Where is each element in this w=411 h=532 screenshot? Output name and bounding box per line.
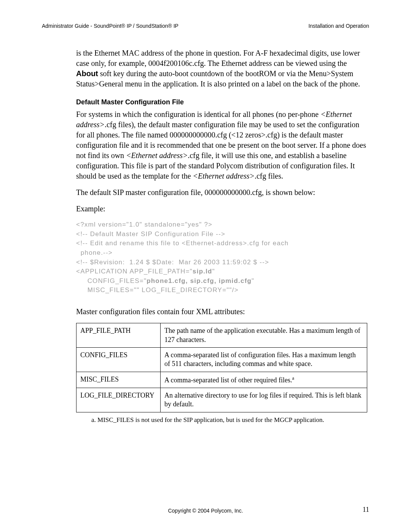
intro-paragraph: is the Ethernet MAC address of the phone… — [76, 48, 367, 89]
section-para-1: For systems in which the configuration i… — [76, 109, 367, 181]
code-line: " — [212, 268, 215, 275]
code-strong: sip.ld — [193, 268, 212, 275]
section-para-2: The default SIP master configuration fil… — [76, 187, 367, 198]
text: For systems in which the configuration i… — [76, 110, 320, 118]
code-line: CONFIG_FILES=" — [76, 277, 147, 284]
attributes-table: APP_FILE_PATH The path name of the appli… — [76, 323, 367, 412]
text: soft key during the auto-boot countdown … — [76, 69, 360, 88]
table-row: MISC_FILES A comma-separated list of oth… — [76, 372, 367, 388]
code-line: <!-- Default Master SIP Configuration Fi… — [76, 230, 225, 238]
code-line: <!-- $Revision: 1.24 $ $Date: Mar 26 200… — [76, 259, 269, 266]
content-area: is the Ethernet MAC address of the phone… — [76, 48, 367, 424]
table-intro: Master configuration files contain four … — [76, 307, 367, 317]
code-line: <APPLICATION APP_FILE_PATH=" — [76, 268, 193, 275]
code-line: MISC_FILES="" LOG_FILE_DIRECTORY=""/> — [76, 286, 239, 294]
header-left: Administrator Guide - SoundPoint® IP / S… — [42, 23, 178, 29]
section-heading: Default Master Configuration File — [76, 98, 367, 106]
text: .cfg files. — [255, 172, 283, 180]
code-line: <?xml version="1.0" standalone="yes" ?> — [76, 221, 212, 228]
attr-name: CONFIG_FILES — [76, 347, 161, 372]
table-footnote: a. MISC_FILES is not used for the SIP ap… — [91, 416, 367, 424]
attr-desc: An alternative directory to use for log … — [161, 388, 367, 412]
page-number: 11 — [354, 506, 369, 514]
attr-name: LOG_FILE_DIRECTORY — [76, 388, 161, 412]
code-strong: phone1.cfg, sip.cfg, ipmid.cfg — [147, 277, 252, 284]
footnote-ref: a — [292, 375, 294, 381]
page-footer: Copyright © 2004 Polycom, Inc. 11 — [42, 506, 369, 514]
code-line: " — [252, 277, 254, 284]
copyright: Copyright © 2004 Polycom, Inc. — [57, 508, 354, 514]
code-line: <!-- Edit and rename this file to <Ether… — [76, 240, 289, 256]
page-header: Administrator Guide - SoundPoint® IP / S… — [42, 23, 369, 29]
attr-desc: The path name of the application executa… — [161, 323, 367, 348]
attr-desc: A comma-separated list of configuration … — [161, 347, 367, 372]
header-right: Installation and Operation — [308, 23, 369, 29]
text: is the Ethernet MAC address of the phone… — [76, 49, 360, 67]
about-softkey-label: About — [76, 69, 98, 78]
xml-code-block: <?xml version="1.0" standalone="yes" ?> … — [76, 220, 367, 295]
attr-name: MISC_FILES — [76, 372, 161, 388]
example-label: Example: — [76, 204, 367, 214]
table-row: CONFIG_FILES A comma-separated list of c… — [76, 347, 367, 372]
ethernet-address-placeholder: <Ethernet address> — [193, 172, 255, 180]
attr-name: APP_FILE_PATH — [76, 323, 161, 348]
page: Administrator Guide - SoundPoint® IP / S… — [0, 0, 411, 532]
table-row: APP_FILE_PATH The path name of the appli… — [76, 323, 367, 348]
attr-desc: A comma-separated list of other required… — [161, 372, 367, 388]
text: A comma-separated list of other required… — [164, 376, 292, 384]
ethernet-address-placeholder: <Ethernet address> — [126, 151, 188, 160]
table-row: LOG_FILE_DIRECTORY An alternative direct… — [76, 388, 367, 412]
